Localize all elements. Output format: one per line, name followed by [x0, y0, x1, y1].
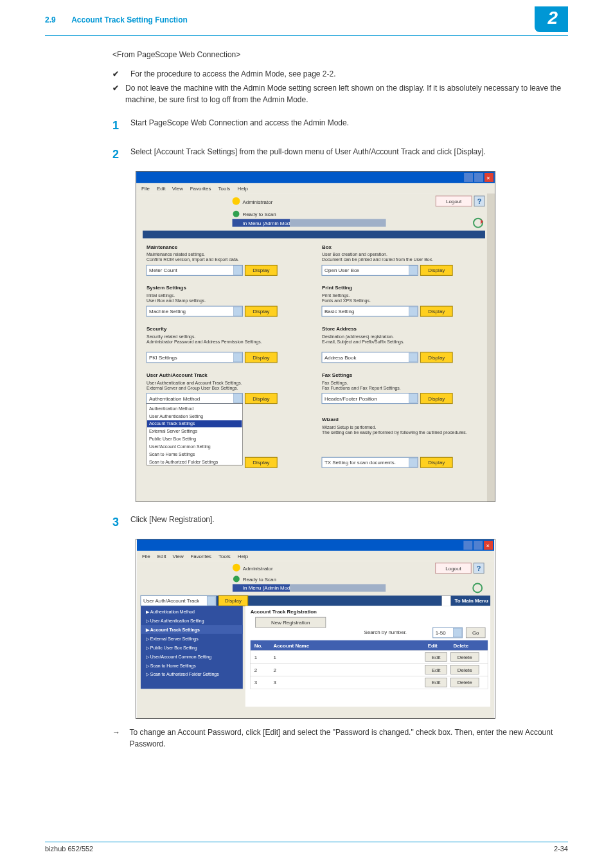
chevron-down-icon[interactable] [233, 353, 242, 362]
userauth-item-7[interactable]: Scan to Authorized Folder Settings [149, 460, 218, 465]
maximize-icon[interactable] [474, 173, 483, 182]
arrow-icon: → [112, 727, 130, 750]
chevron-down-icon[interactable] [409, 458, 417, 467]
userauth-item-4[interactable]: Public User Box Setting [149, 437, 196, 442]
chevron-down-icon[interactable] [233, 266, 242, 275]
userauth-desc2: External Server and Group User Box Setti… [147, 386, 238, 391]
sub-status [290, 219, 386, 227]
box-title: Box [322, 244, 332, 250]
close-x: × [486, 542, 490, 549]
minimize-icon[interactable] [463, 541, 472, 550]
screenshot-admin-menu: × File Edit View Favorites Tools Help Ad… [136, 171, 568, 502]
userauth-item-0[interactable]: Authentication Method [149, 406, 193, 411]
scrollbar[interactable] [487, 194, 495, 502]
sidebar-item-3[interactable]: ▷ External Server Settings [146, 637, 199, 642]
step-text-1: Start PageScope Web Connection and acces… [130, 117, 349, 134]
sidebar-item-5[interactable]: ▷ User/Account Common Setting [146, 655, 211, 660]
from-connection-heading: <From PageScope Web Connection> [112, 49, 568, 60]
chevron-down-icon[interactable] [453, 628, 461, 637]
sidebar-item-0[interactable]: ▶ Authentication Method [146, 610, 195, 614]
box-desc2: Document can be printed and routed from … [322, 257, 433, 262]
menu-favorites[interactable]: Favorites [190, 186, 211, 192]
chevron-down-icon[interactable] [409, 353, 417, 362]
userauth-item-5[interactable]: User/Account Common Setting [149, 444, 211, 449]
userauth-dd-value: Authentication Method [149, 396, 200, 402]
sidebar-item-2[interactable]: ▶ Account Track Settings [145, 628, 200, 633]
admin-label: Administrator [242, 199, 272, 205]
check-icon: ✔ [112, 68, 130, 80]
row2-no: 2 [254, 667, 258, 673]
row1-delete-label: Delete [458, 655, 473, 660]
wizard-display-label: Display [428, 460, 445, 466]
security-title: Security [147, 326, 167, 332]
userauth-item-1[interactable]: User Authentication Setting [149, 414, 203, 419]
security-desc2: Administrator Password and Address Permi… [147, 339, 262, 345]
to-main-icon-box[interactable] [442, 595, 451, 606]
category-value: User Auth/Account Track [143, 598, 199, 604]
footer-right: 2-34 [554, 845, 568, 853]
sidebar-item-6[interactable]: ▷ Scan to Home Settings [146, 664, 196, 669]
range-value: 1-50 [436, 630, 446, 636]
sidebar-item-7[interactable]: ▷ Scan to Authorized Folder Settings [146, 672, 219, 677]
userauth-desc1: User Authentication and Account Track Se… [147, 381, 242, 386]
admin-icon [233, 197, 240, 205]
to-main-label[interactable]: To Main Menu [454, 598, 488, 604]
step-number-1: 1 [112, 117, 130, 134]
row3-name: 3 [273, 680, 276, 685]
header-rule [45, 35, 568, 36]
menu-edit[interactable]: Edit [157, 554, 166, 559]
system-desc1: Initial settings. [147, 293, 175, 298]
go-label: Go [472, 630, 479, 636]
fax-desc2: Fax Functions and Fax Report Settings. [322, 386, 401, 391]
menu-file[interactable]: File [141, 186, 150, 192]
userauth-item-2: Account Track Settings [149, 421, 195, 426]
print-desc2: Fonts and XPS Settings. [322, 298, 371, 303]
step-text-3: Click [New Registration]. [130, 514, 215, 531]
menu-help[interactable]: Help [238, 554, 249, 559]
help-icon: ? [477, 197, 482, 205]
section-title: Account Track Setting Function [71, 15, 188, 24]
step-number-3: 3 [112, 514, 130, 531]
chevron-down-icon[interactable] [409, 394, 417, 403]
wizard-desc1: Wizard Setup is performed. [322, 425, 376, 430]
fax-dd-value: Header/Footer Position [324, 396, 377, 402]
admin-icon [233, 564, 240, 572]
menu-view[interactable]: View [172, 186, 183, 192]
table-row-2: 2 2 Edit Delete [251, 664, 488, 676]
chevron-down-icon[interactable] [409, 266, 417, 275]
category-display-label: Display [225, 598, 242, 604]
menu-help[interactable]: Help [237, 186, 248, 192]
userauth-item-6[interactable]: Scan to Home Settings [149, 452, 195, 457]
store-dd-value: Address Book [324, 355, 357, 361]
menu-tools[interactable]: Tools [218, 186, 231, 192]
chevron-down-icon[interactable] [233, 307, 242, 316]
inmenu-label: In Menu (Admin Mode) [242, 221, 294, 226]
box-display-label: Display [428, 267, 445, 273]
maintenance-title: Maintenance [147, 244, 178, 250]
chevron-down-icon[interactable] [207, 596, 215, 605]
sidebar-item-4[interactable]: ▷ Public User Box Setting [146, 646, 197, 651]
print-title: Print Setting [322, 285, 352, 291]
store-display-label: Display [428, 355, 445, 361]
sidebar-item-1[interactable]: ▷ User Authentication Setting [146, 619, 204, 624]
main-title: Account Track Registration [251, 609, 317, 615]
chapter-badge: 2 [535, 6, 568, 32]
maximize-icon[interactable] [474, 541, 483, 550]
col-name: Account Name [273, 643, 309, 649]
menu-edit[interactable]: Edit [157, 186, 166, 192]
chevron-down-icon[interactable] [409, 307, 417, 316]
ie-window-2: × File Edit View Favorites Tools Help Ad… [136, 539, 495, 719]
userauth-item-3[interactable]: External Server Settings [149, 429, 198, 434]
chevron-down-icon[interactable] [233, 394, 242, 403]
menu-favorites[interactable]: Favorites [190, 554, 211, 559]
minimize-icon[interactable] [464, 173, 473, 182]
row2-delete-label: Delete [458, 667, 473, 673]
menu-file[interactable]: File [142, 554, 150, 559]
fax-desc1: Fax Settings. [322, 381, 348, 386]
store-desc1: Destination (addresses) registration. [322, 334, 394, 339]
menu-tools[interactable]: Tools [218, 554, 231, 559]
fax-title: Fax Settings [322, 372, 353, 378]
menu-view[interactable]: View [173, 554, 184, 559]
arrow-note: To change an Account Password, click [Ed… [130, 727, 568, 750]
userauth-display-label-2: Display [253, 460, 269, 466]
